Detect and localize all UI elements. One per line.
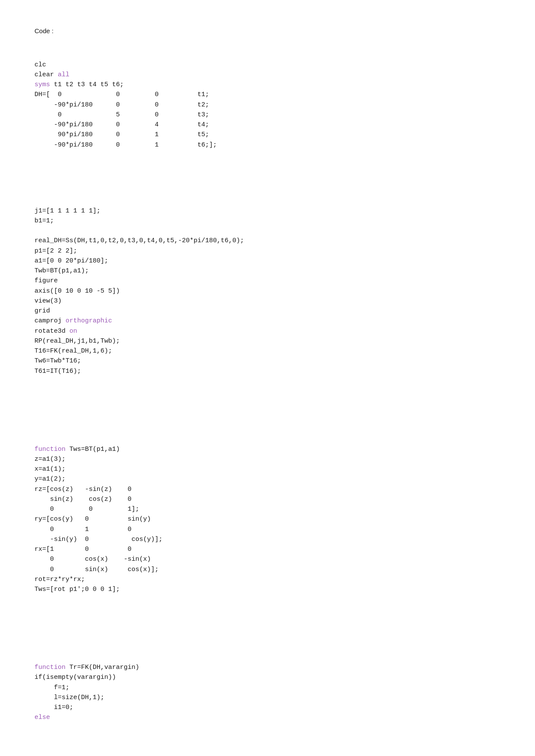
line-z-a1: z=a1(3); xyxy=(34,456,66,463)
line-tws-def: Tws=[rot p1';0 0 0 1]; xyxy=(34,586,120,593)
keyword-all: all xyxy=(58,71,69,78)
line-ry1: ry=[cos(y) 0 sin(y) xyxy=(34,515,151,523)
line-b1: b1=1; xyxy=(34,217,54,225)
line-rot: rot=rz*ry*rx; xyxy=(34,576,85,583)
line-ry3: -sin(y) 0 cos(y)]; xyxy=(34,536,163,543)
line-grid: grid xyxy=(34,307,50,315)
line-rz2: sin(z) cos(z) 0 xyxy=(34,496,131,503)
keyword-orthographic: orthographic xyxy=(66,317,112,325)
line-twb: Twb=BT(p1,a1); xyxy=(34,267,89,275)
line-function-tws: function Tws=BT(p1,a1) xyxy=(34,446,120,453)
line-dh6: -90*pi/180 0 1 t6;]; xyxy=(34,141,217,149)
keyword-function-2: function xyxy=(34,664,66,671)
line-j1: j1=[1 1 1 1 1 1]; xyxy=(34,207,100,215)
spacer-2 xyxy=(34,410,501,422)
line-rz3: 0 0 1]; xyxy=(34,506,139,513)
line-figure: figure xyxy=(34,277,58,284)
line-rotate3d: rotate3d on xyxy=(34,328,77,335)
line-rx1: rx=[1 0 0 xyxy=(34,546,131,553)
line-rp: RP(real_DH,j1,b1,Twb); xyxy=(34,337,120,345)
line-dh1: DH=[ 0 0 0 t1; xyxy=(34,91,209,98)
keyword-on: on xyxy=(69,328,77,335)
section-4: function Tr=FK(DH,varargin) if(isempty(v… xyxy=(34,653,501,743)
line-rx3: 0 sin(x) cos(x)]; xyxy=(34,566,159,573)
spacer-5 xyxy=(34,640,501,653)
section-1: clc clear all syms t1 t2 t3 t4 t5 t6; DH… xyxy=(34,50,501,170)
line-if-isempty: if(isempty(varargin)) xyxy=(34,674,116,681)
line-camproj: camproj orthographic xyxy=(34,317,112,325)
section-2: j1=[1 1 1 1 1 1]; b1=1; real_DH=Ss(DH,t1… xyxy=(34,196,501,396)
line-real-dh: real_DH=Ss(DH,t1,0,t2,0,t3,0,t4,0,t5,-20… xyxy=(34,237,244,244)
line-axis: axis([0 10 0 10 -5 5]) xyxy=(34,287,120,295)
line-rz1: rz=[cos(z) -sin(z) 0 xyxy=(34,486,131,493)
line-clear: clear all xyxy=(34,71,69,78)
line-dh4: -90*pi/180 0 4 t4; xyxy=(34,121,209,128)
line-a1: a1=[0 0 20*pi/180]; xyxy=(34,257,108,265)
line-dh2: -90*pi/180 0 0 t2; xyxy=(34,101,209,109)
line-f1: f=1; xyxy=(34,684,69,691)
line-x-a1: x=a1(1); xyxy=(34,465,66,473)
line-l-size: l=size(DH,1); xyxy=(34,694,104,701)
line-dh3: 0 5 0 t3; xyxy=(34,111,209,119)
line-clc: clc xyxy=(34,61,46,69)
code-label-section: Code : xyxy=(34,26,501,36)
line-dh5: 90*pi/180 0 1 t5; xyxy=(34,131,209,138)
spacer-3 xyxy=(34,422,501,434)
spacer-1 xyxy=(34,184,501,196)
line-view: view(3) xyxy=(34,297,62,305)
keyword-function-1: function xyxy=(34,446,66,453)
page-content: Code : clc clear all syms t1 t2 t3 t4 t5… xyxy=(34,26,501,743)
line-t61: T61=IT(T16); xyxy=(34,368,81,375)
line-syms: syms t1 t2 t3 t4 t5 t6; xyxy=(34,81,124,88)
line-t16: T16=FK(real_DH,1,6); xyxy=(34,347,112,355)
spacer-4 xyxy=(34,628,501,640)
line-else: else xyxy=(34,714,50,721)
keyword-else: else xyxy=(34,714,50,721)
line-ry2: 0 1 0 xyxy=(34,526,131,533)
line-y-a1: y=a1(2); xyxy=(34,475,66,483)
line-tw6: Tw6=Twb*T16; xyxy=(34,357,81,365)
code-label: Code : xyxy=(34,26,501,36)
line-rx2: 0 cos(x) -sin(x) xyxy=(34,556,151,563)
section-3: function Tws=BT(p1,a1) z=a1(3); x=a1(1);… xyxy=(34,434,501,615)
keyword-syms: syms xyxy=(34,81,50,88)
line-function-tr: function Tr=FK(DH,varargin) xyxy=(34,664,139,671)
line-p1: p1=[2 2 2]; xyxy=(34,247,77,255)
line-i1: i1=0; xyxy=(34,704,73,711)
